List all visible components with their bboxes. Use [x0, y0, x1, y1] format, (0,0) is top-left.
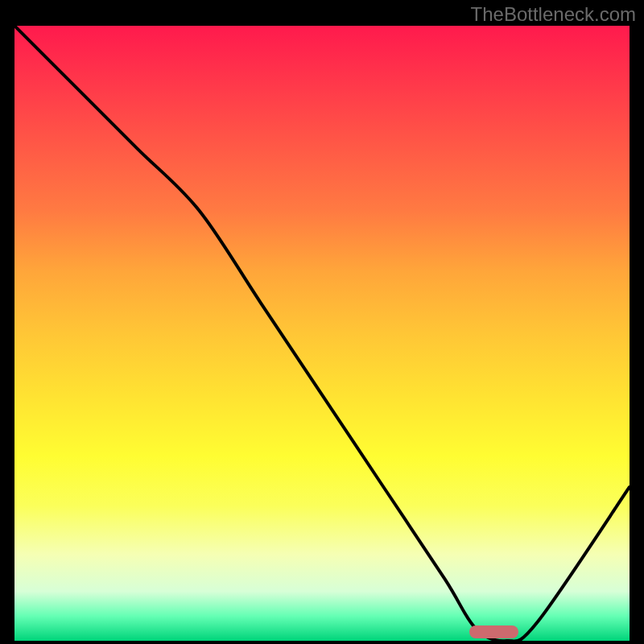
optimal-marker [469, 625, 518, 638]
line-series [14, 26, 630, 641]
chart-frame: TheBottleneck.com [0, 0, 644, 644]
plot-area [14, 26, 630, 641]
watermark-text: TheBottleneck.com [471, 3, 636, 26]
bottleneck-curve-path [14, 26, 630, 641]
